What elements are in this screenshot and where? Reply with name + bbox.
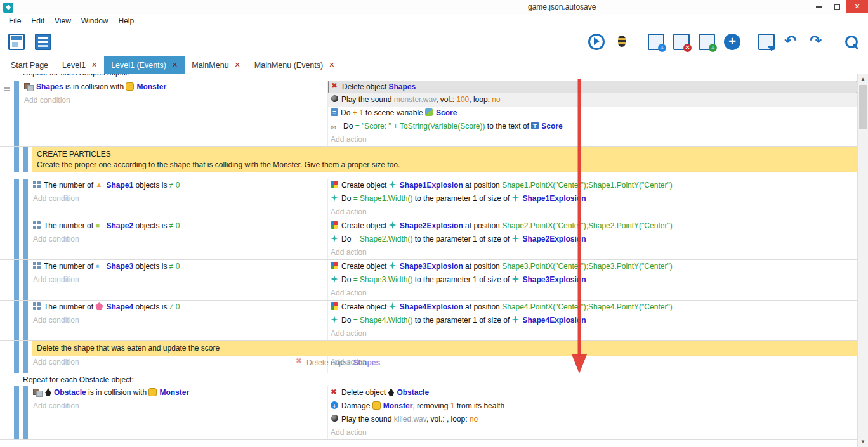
add-action-link[interactable]: Add action (328, 246, 857, 259)
add-condition-link[interactable]: Add condition (23, 94, 327, 107)
add-action-link[interactable]: Add action (328, 287, 857, 300)
event-depth-bar[interactable] (14, 341, 19, 356)
add-action-link[interactable]: Add action (328, 426, 857, 439)
repeat-event-header[interactable]: Repeat for each Obstacle object: (0, 373, 857, 386)
comment-block[interactable]: Delete the shape that was eaten and upda… (0, 341, 857, 356)
comment-block[interactable]: CREATE PARTICLESCreate the proper one ac… (0, 147, 857, 172)
event-depth-bar[interactable] (23, 356, 28, 373)
menu-item-view[interactable]: View (49, 15, 76, 28)
tab-close-icon[interactable]: ✕ (91, 61, 97, 69)
comment-text[interactable]: Delete the shape that was eaten and upda… (32, 341, 857, 356)
action[interactable]: Do = Shape2.Width() to the parameter 1 o… (328, 233, 857, 246)
add-condition-link[interactable]: Add condition (32, 314, 327, 327)
comment-text[interactable]: CREATE PARTICLESCreate the proper one ac… (32, 147, 857, 172)
add-action-link[interactable]: Add action (328, 205, 857, 219)
condition[interactable]: The number of Shape1 objects is ≠ 0 (32, 179, 327, 192)
event-depth-bar[interactable] (14, 260, 19, 300)
toolbar-events-editor-button[interactable] (33, 32, 53, 52)
tab-mainmenu-events[interactable]: MainMenu (Events)✕ (247, 56, 342, 74)
event-depth-bar[interactable] (14, 219, 19, 259)
drag-handle-icon[interactable] (4, 87, 10, 89)
event-depth-bar[interactable] (14, 81, 19, 146)
action[interactable]: Play the sound killed.wav, vol.: , loop:… (328, 413, 857, 426)
events-editor-icon (35, 34, 51, 50)
event-depth-bar[interactable] (23, 147, 28, 172)
condition[interactable]: The number of Shape3 objects is ≠ 0 (32, 260, 327, 273)
toolbar-search-button[interactable] (841, 32, 862, 52)
condition[interactable]: Shapes is in collision with Monster (23, 81, 327, 94)
tab-close-icon[interactable]: ✕ (235, 61, 240, 69)
event-depth-bar[interactable] (23, 219, 28, 259)
action[interactable]: Delete object Shapes (328, 81, 857, 93)
tab-level1[interactable]: Level1✕ (55, 56, 104, 74)
tab-close-icon[interactable]: ✕ (329, 61, 334, 69)
toolbar-open-external-button[interactable] (756, 32, 777, 52)
tab-start-page[interactable]: Start Page (4, 56, 55, 74)
action[interactable]: Create object Shape3Explosion at positio… (328, 260, 857, 273)
menu-item-help[interactable]: Help (114, 15, 140, 28)
event-depth-bar[interactable] (14, 386, 19, 439)
add-action-link[interactable]: Add action (328, 327, 857, 340)
actions-column: Delete object ShapesPlay the sound monst… (327, 81, 857, 146)
tab-label: Level1 (Events) (111, 61, 166, 70)
action[interactable]: Delete object Obstacle (328, 386, 857, 399)
condition[interactable]: The number of Shape2 objects is ≠ 0 (32, 219, 327, 233)
event-depth-bar[interactable] (23, 301, 28, 340)
add-condition-link[interactable]: Add condition (32, 192, 327, 205)
event-depth-bar[interactable] (14, 147, 19, 172)
scrollbar-up-icon[interactable] (858, 74, 868, 84)
action[interactable]: Create object Shape4Explosion at positio… (328, 301, 857, 314)
event-depth-bar[interactable] (23, 260, 28, 300)
action[interactable]: Do + 1 to scene variable Score (328, 107, 857, 120)
menu-item-window[interactable]: Window (76, 15, 114, 28)
event-depth-bar[interactable] (23, 341, 28, 356)
action[interactable]: Damage Monster, removing 1 from its heal… (328, 399, 857, 413)
toolbar-edit-scene-button[interactable] (697, 32, 717, 52)
toolbar-scene-editor-button[interactable] (6, 32, 27, 52)
maximize-button[interactable] (828, 0, 846, 13)
menu-item-edit[interactable]: Edit (26, 15, 49, 28)
toolbar-add-object-button[interactable] (722, 32, 742, 52)
close-icon (854, 0, 860, 13)
tab-mainmenu[interactable]: MainMenu✕ (185, 56, 247, 74)
toolbar-redo-button[interactable] (807, 32, 827, 52)
action[interactable]: Do = Shape1.Width() to the parameter 1 o… (328, 192, 857, 205)
event-depth-bar[interactable] (23, 386, 28, 439)
condition[interactable]: The number of Shape4 objects is ≠ 0 (32, 301, 327, 314)
vertical-scrollbar[interactable] (857, 74, 868, 447)
toolbar-delete-scene-button[interactable] (671, 32, 692, 52)
action[interactable]: Do = "Score: " + ToString(Variable(Score… (328, 120, 857, 133)
variable-icon (331, 108, 339, 117)
minimize-button[interactable] (810, 0, 828, 13)
condition[interactable]: Obstacle is in collision with Monster (32, 386, 327, 399)
event-depth-bar[interactable] (14, 179, 19, 219)
action[interactable]: Do = Shape4.Width() to the parameter 1 o… (328, 314, 857, 327)
add-condition-link[interactable]: Add condition (32, 356, 327, 369)
toolbar-debugger-button[interactable] (612, 32, 632, 52)
toolbar-undo-button[interactable] (782, 32, 802, 52)
action[interactable]: Create object Shape2Explosion at positio… (328, 219, 857, 233)
event-header-clipped[interactable]: Repeat for each Shapes object: (0, 74, 857, 81)
add-condition-link[interactable]: Add condition (32, 273, 327, 287)
tab-close-icon[interactable]: ✕ (172, 61, 178, 69)
add-action-link[interactable]: Add action (328, 356, 857, 369)
shape1-icon (95, 181, 105, 189)
event-depth-bar[interactable] (14, 301, 19, 340)
event-depth-bar[interactable] (23, 179, 28, 219)
action[interactable]: Do = Shape3.Width() to the parameter 1 o… (328, 273, 857, 287)
scrollbar-thumb[interactable] (859, 85, 867, 129)
tab-level1-events[interactable]: Level1 (Events)✕ (104, 56, 185, 74)
action[interactable]: Play the sound monster.wav, vol.: 100, l… (328, 93, 857, 107)
action[interactable]: Create object Shape1Explosion at positio… (328, 179, 857, 192)
scrollbar-down-icon[interactable] (858, 437, 868, 447)
menu-item-file[interactable]: File (4, 15, 26, 28)
tab-label: MainMenu (Events) (254, 61, 323, 70)
add-action-link[interactable]: Add action (328, 133, 857, 146)
toolbar-play-button[interactable] (586, 32, 607, 52)
close-button[interactable] (846, 0, 868, 13)
event-depth-bar[interactable] (14, 356, 19, 373)
count-icon (33, 262, 43, 270)
add-condition-link[interactable]: Add condition (32, 399, 327, 413)
add-condition-link[interactable]: Add condition (32, 233, 327, 246)
toolbar-add-scene-button[interactable] (646, 32, 666, 52)
